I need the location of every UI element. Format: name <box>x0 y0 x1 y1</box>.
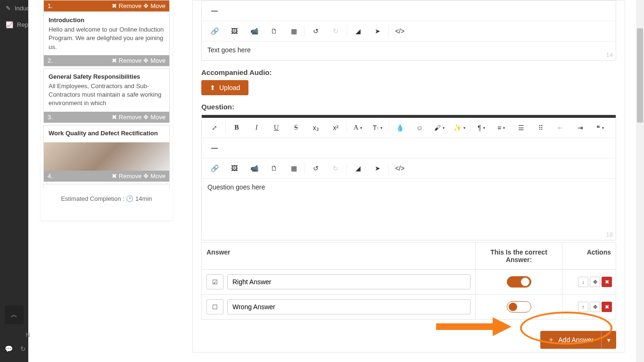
remove-button[interactable]: ✖ Remove <box>112 2 141 9</box>
step-card-5[interactable]: Acceptable Standards of Behaviour <box>43 184 170 189</box>
emoji-icon[interactable]: ☺ <box>410 120 429 136</box>
answer-checkbox[interactable]: ☐ <box>206 299 223 314</box>
move-button[interactable]: ✥ Move <box>143 114 165 121</box>
indent-icon[interactable]: ⇥ <box>570 120 590 136</box>
correct-toggle[interactable] <box>507 276 531 288</box>
drag-button[interactable]: ✥ <box>590 302 600 312</box>
header-answer: Answer <box>202 243 475 269</box>
ordered-list-icon[interactable]: ☰ <box>511 120 531 136</box>
font-family-button[interactable]: A <box>348 120 368 136</box>
page-scrollbar[interactable] <box>636 0 644 362</box>
editor-body[interactable]: Text goes here 14 <box>202 41 616 60</box>
remove-button[interactable]: ✖ Remove <box>112 173 141 180</box>
est-label: Estimated Completion : <box>61 195 124 202</box>
add-answer-dropdown[interactable]: ▾ <box>601 331 616 349</box>
redo-icon[interactable]: ↻ <box>326 23 346 39</box>
paragraph-icon[interactable]: ¶ <box>471 120 491 136</box>
editor-toolbar-extra: — <box>202 138 616 158</box>
nav-item-induct[interactable]: ✎ Induct <box>0 0 28 16</box>
subscript-icon[interactable]: x₂ <box>306 120 326 136</box>
cursor-icon[interactable]: ➤ <box>368 160 388 176</box>
text-color-icon[interactable]: 💧 <box>390 120 410 136</box>
fullscreen-icon[interactable]: ⤢ <box>205 120 224 136</box>
align-icon[interactable]: ≡ <box>491 120 511 136</box>
superscript-icon[interactable]: x² <box>326 120 346 136</box>
nav-label: Reports <box>17 21 28 28</box>
steps-scroll[interactable]: 1. ✖ Remove ✥ Move Introduction Hello an… <box>41 0 173 189</box>
delete-button[interactable]: ✖ <box>602 277 612 287</box>
add-answer-button[interactable]: ＋ Add Answer <box>540 331 601 349</box>
chat-icon[interactable]: 💬 <box>5 345 13 353</box>
move-button[interactable]: ✥ Move <box>143 2 165 9</box>
back-to-top-button[interactable]: ︽ <box>5 305 24 324</box>
cursor-icon[interactable]: ➤ <box>368 23 388 39</box>
step-bar: 2. ✖ Remove ✥ Move <box>44 55 169 66</box>
magic-icon[interactable]: ✨ <box>449 120 469 136</box>
move-button[interactable]: ✥ Move <box>143 57 165 64</box>
steps-panel: 1. ✖ Remove ✥ Move Introduction Hello an… <box>41 0 173 221</box>
move-down-button[interactable]: ↓ <box>578 277 588 287</box>
step-bar: 1. ✖ Remove ✥ Move <box>44 0 169 11</box>
table-icon[interactable]: ▦ <box>284 160 304 176</box>
step-card-4[interactable]: Work Quality and Defect Rectification 4.… <box>43 125 170 182</box>
table-icon[interactable]: ▦ <box>284 23 304 39</box>
italic-icon[interactable]: I <box>247 120 266 136</box>
char-counter: 14 <box>606 51 613 58</box>
unordered-list-icon[interactable]: ⠿ <box>531 120 551 136</box>
answer-input[interactable] <box>227 299 471 314</box>
minus-icon[interactable]: — <box>205 3 224 19</box>
nav-sidebar: ✎ Induct 📈 Reports ︽ 💬 ↻ N <box>0 0 28 362</box>
eraser-icon[interactable]: ◢ <box>348 160 368 176</box>
editor-toolbar-media: 🔗 🖼 📹 🗋 ▦ ↺ ↻ ◢ ➤ </> <box>202 158 616 179</box>
minus-icon[interactable]: — <box>205 140 224 156</box>
eraser-icon[interactable]: ◢ <box>348 23 368 39</box>
quote-icon[interactable]: ❝ <box>590 120 610 136</box>
upload-button[interactable]: ⬆ Upload <box>201 80 248 95</box>
font-size-button[interactable]: T↕ <box>368 120 388 136</box>
answer-row: ☑ ↓ ✥ ✖ <box>202 270 616 295</box>
answer-checkbox[interactable]: ☑ <box>206 274 223 289</box>
step-card-3[interactable]: General Safety Responsibilities All Empl… <box>43 68 170 123</box>
code-icon[interactable]: </> <box>390 160 410 176</box>
brush-icon[interactable]: 🖌 <box>429 120 449 136</box>
step-card-1[interactable]: 1. ✖ Remove ✥ Move <box>43 0 170 12</box>
answer-input[interactable] <box>227 274 471 289</box>
link-icon[interactable]: 🔗 <box>205 23 224 39</box>
undo-icon[interactable]: ↺ <box>306 160 326 176</box>
image-icon[interactable]: 🖼 <box>224 160 244 176</box>
video-icon[interactable]: 📹 <box>244 160 264 176</box>
correct-toggle[interactable] <box>507 301 531 313</box>
refresh-icon[interactable]: ↻ <box>20 345 26 353</box>
est-time: 14min <box>135 195 152 202</box>
delete-button[interactable]: ✖ <box>602 302 612 312</box>
move-button[interactable]: ✥ Move <box>143 173 165 180</box>
code-icon[interactable]: </> <box>390 23 410 39</box>
char-counter: 18 <box>606 231 613 238</box>
question-label: Question: <box>201 103 616 111</box>
answers-table: Answer This Is the correct Answer: Actio… <box>201 242 616 320</box>
video-icon[interactable]: 📹 <box>244 23 264 39</box>
undo-icon[interactable]: ↺ <box>306 23 326 39</box>
step-card-2[interactable]: Introduction Hello and welcome to our On… <box>43 12 170 66</box>
image-icon[interactable]: 🖼 <box>224 23 244 39</box>
bold-icon[interactable]: B <box>227 120 247 136</box>
text-editor: — 🔗 🖼 📹 🗋 ▦ ↺ ↻ ◢ ➤ </> Text goes here 1… <box>201 0 616 61</box>
scrollbar-thumb[interactable] <box>637 28 643 123</box>
nav-item-reports[interactable]: 📈 Reports <box>0 16 28 33</box>
drag-button[interactable]: ✥ <box>590 277 600 287</box>
remove-button[interactable]: ✖ Remove <box>112 57 141 64</box>
plus-icon: ＋ <box>548 336 554 344</box>
strikethrough-icon[interactable]: S <box>286 120 306 136</box>
step-text: Hello and welcome to our Online Inductio… <box>49 25 165 51</box>
question-editor: ⤢ B I U S x₂ x² A T↕ 💧 ☺ 🖌 ✨ ¶ ≡ ☰ <box>201 115 616 240</box>
redo-icon[interactable]: ↻ <box>326 160 346 176</box>
audio-label: Accompanied Audio: <box>201 68 616 76</box>
editor-body[interactable]: Question goes here 18 <box>202 179 616 240</box>
move-up-button[interactable]: ↑ <box>578 302 588 312</box>
link-icon[interactable]: 🔗 <box>205 160 224 176</box>
underline-icon[interactable]: U <box>266 120 286 136</box>
file-icon[interactable]: 🗋 <box>264 160 284 176</box>
file-icon[interactable]: 🗋 <box>264 23 284 39</box>
remove-button[interactable]: ✖ Remove <box>112 114 141 121</box>
outdent-icon[interactable]: ⇤ <box>551 120 570 136</box>
